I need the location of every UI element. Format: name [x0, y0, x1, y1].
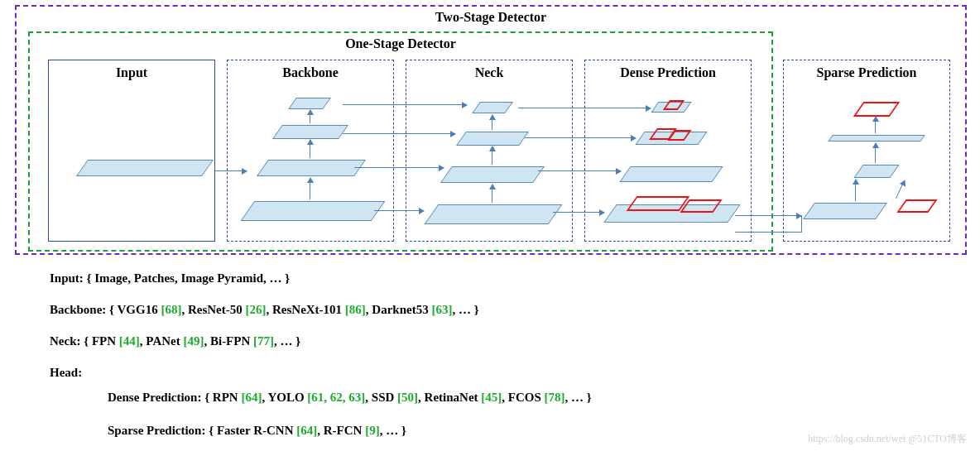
arrow	[215, 170, 247, 171]
block-backbone-title: Backbone	[228, 65, 393, 80]
connector	[735, 215, 802, 233]
block-sparse: Sparse Prediction	[783, 60, 950, 242]
arrow	[553, 212, 604, 213]
line-head: Head:	[50, 366, 82, 380]
label: Sparse Prediction:	[108, 424, 205, 437]
line-dense: Dense Prediction: { RPN [64], YOLO [61, …	[108, 391, 592, 405]
arrow	[374, 210, 424, 211]
block-dense-title: Dense Prediction	[585, 65, 751, 80]
two-stage-title: Two-Stage Detector	[15, 10, 967, 25]
arrow	[518, 108, 651, 108]
label: Head:	[50, 366, 82, 379]
block-input-title: Input	[49, 65, 214, 80]
arrow	[343, 104, 467, 105]
block-sparse-title: Sparse Prediction	[784, 65, 949, 80]
label: Dense Prediction:	[108, 391, 201, 404]
arrow	[354, 167, 444, 168]
block-neck-title: Neck	[406, 65, 572, 80]
line-backbone: Backbone: { VGG16 [68], ResNet-50 [26], …	[50, 303, 479, 317]
body: { Image, Patches, Image Pyramid, … }	[84, 271, 290, 285]
block-dense: Dense Prediction	[584, 60, 752, 242]
arrow	[343, 133, 455, 134]
line-neck: Neck: { FPN [44], PANet [49], Bi-FPN [77…	[50, 334, 300, 348]
label: Neck:	[50, 334, 81, 348]
line-input: Input: { Image, Patches, Image Pyramid, …	[50, 271, 290, 285]
label: Backbone:	[50, 303, 106, 316]
block-input: Input	[48, 60, 215, 242]
arrow	[525, 137, 636, 138]
architecture-diagram: Two-Stage Detector One-Stage Detector In…	[15, 5, 967, 255]
block-backbone: Backbone	[227, 60, 394, 242]
block-neck: Neck	[406, 60, 573, 242]
arrow	[735, 215, 801, 216]
arrow	[538, 170, 621, 171]
label: Input:	[50, 271, 84, 285]
watermark: https://blog.csdn.net/wei @51CTO博客	[808, 432, 967, 446]
line-sparse: Sparse Prediction: { Faster R-CNN [64], …	[108, 424, 406, 438]
one-stage-title: One-Stage Detector	[28, 36, 773, 51]
